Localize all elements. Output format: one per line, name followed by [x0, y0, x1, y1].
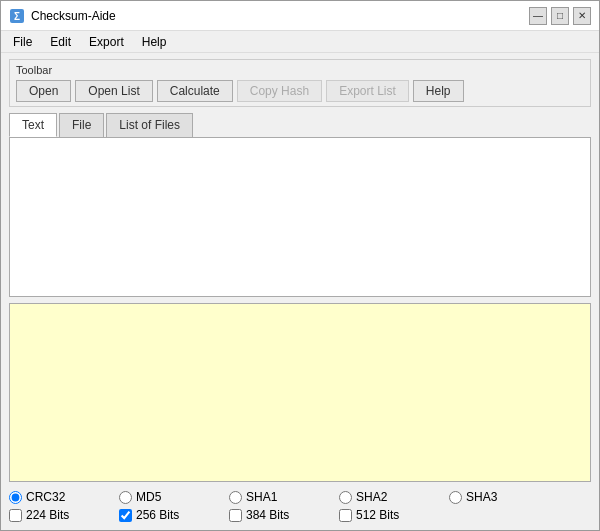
checkbox-512-label: 512 Bits — [356, 508, 399, 522]
checkbox-512[interactable]: 512 Bits — [339, 508, 449, 522]
menu-bar: File Edit Export Help — [1, 31, 599, 53]
bits-checkbox-row: 224 Bits 256 Bits 384 Bits 512 Bits — [9, 508, 591, 522]
tab-list-of-files[interactable]: List of Files — [106, 113, 193, 137]
svg-text:Σ: Σ — [14, 11, 20, 22]
radio-sha1-label: SHA1 — [246, 490, 277, 504]
radio-sha3[interactable]: SHA3 — [449, 490, 559, 504]
checkbox-224-input[interactable] — [9, 509, 22, 522]
menu-export[interactable]: Export — [81, 33, 132, 51]
minimize-button[interactable]: — — [529, 7, 547, 25]
radio-sha1[interactable]: SHA1 — [229, 490, 339, 504]
tab-file[interactable]: File — [59, 113, 104, 137]
radio-sha2[interactable]: SHA2 — [339, 490, 449, 504]
main-content: Text File List of Files CRC32 MD5 — [1, 113, 599, 530]
checkbox-256[interactable]: 256 Bits — [119, 508, 229, 522]
output-area[interactable] — [9, 303, 591, 482]
checkbox-224[interactable]: 224 Bits — [9, 508, 119, 522]
radio-sha3-input[interactable] — [449, 491, 462, 504]
help-button[interactable]: Help — [413, 80, 464, 102]
tab-content-area — [9, 137, 591, 297]
checkbox-384-input[interactable] — [229, 509, 242, 522]
toolbar-group: Toolbar Open Open List Calculate Copy Ha… — [9, 59, 591, 107]
toolbar-buttons: Open Open List Calculate Copy Hash Expor… — [16, 80, 584, 102]
radio-sha2-input[interactable] — [339, 491, 352, 504]
radio-crc32-label: CRC32 — [26, 490, 65, 504]
menu-edit[interactable]: Edit — [42, 33, 79, 51]
radio-sha2-label: SHA2 — [356, 490, 387, 504]
title-bar-left: Σ Checksum-Aide — [9, 8, 116, 24]
radio-crc32-input[interactable] — [9, 491, 22, 504]
radio-crc32[interactable]: CRC32 — [9, 490, 119, 504]
close-button[interactable]: ✕ — [573, 7, 591, 25]
menu-help[interactable]: Help — [134, 33, 175, 51]
checkbox-256-input[interactable] — [119, 509, 132, 522]
maximize-button[interactable]: □ — [551, 7, 569, 25]
tabs-container: Text File List of Files — [9, 113, 591, 137]
checkbox-512-input[interactable] — [339, 509, 352, 522]
radio-md5[interactable]: MD5 — [119, 490, 229, 504]
tab-text[interactable]: Text — [9, 113, 57, 137]
open-button[interactable]: Open — [16, 80, 71, 102]
checkbox-384[interactable]: 384 Bits — [229, 508, 339, 522]
copy-hash-button[interactable]: Copy Hash — [237, 80, 322, 102]
window-title: Checksum-Aide — [31, 9, 116, 23]
menu-file[interactable]: File — [5, 33, 40, 51]
title-bar: Σ Checksum-Aide — □ ✕ — [1, 1, 599, 31]
radio-sha1-input[interactable] — [229, 491, 242, 504]
toolbar-label: Toolbar — [16, 64, 584, 76]
algorithm-radio-row: CRC32 MD5 SHA1 SHA2 SHA3 — [9, 490, 591, 504]
radio-md5-label: MD5 — [136, 490, 161, 504]
radio-md5-input[interactable] — [119, 491, 132, 504]
app-icon: Σ — [9, 8, 25, 24]
hash-options: CRC32 MD5 SHA1 SHA2 SHA3 — [9, 490, 591, 522]
title-bar-controls: — □ ✕ — [529, 7, 591, 25]
checkbox-224-label: 224 Bits — [26, 508, 69, 522]
app-window: Σ Checksum-Aide — □ ✕ File Edit Export H… — [0, 0, 600, 531]
radio-sha3-label: SHA3 — [466, 490, 497, 504]
checkbox-256-label: 256 Bits — [136, 508, 179, 522]
checkbox-384-label: 384 Bits — [246, 508, 289, 522]
export-list-button[interactable]: Export List — [326, 80, 409, 102]
calculate-button[interactable]: Calculate — [157, 80, 233, 102]
open-list-button[interactable]: Open List — [75, 80, 152, 102]
text-input[interactable] — [14, 142, 586, 292]
